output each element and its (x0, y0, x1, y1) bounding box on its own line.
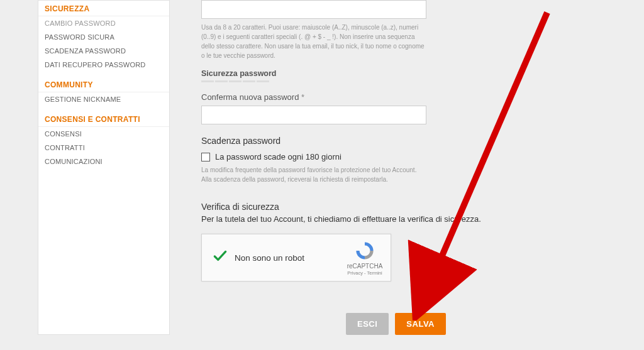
strength-meter (201, 80, 594, 82)
sidebar-header-consensi: CONSENSI E CONTRATTI (38, 111, 169, 127)
sidebar-item-contratti[interactable]: CONTRATTI (38, 141, 169, 155)
sidebar-item-dati-recupero[interactable]: DATI RECUPERO PASSWORD (38, 58, 169, 72)
sidebar: SICUREZZA CAMBIO PASSWORD PASSWORD SICUR… (38, 0, 170, 335)
verify-heading: Verifica di sicurezza (201, 202, 594, 212)
confirm-password-input[interactable] (201, 106, 426, 124)
expiry-checkbox[interactable] (201, 153, 210, 161)
expiry-checkbox-label: La password scade ogni 180 giorni (215, 152, 341, 161)
password-hint: Usa da 8 a 20 caratteri. Puoi usare: mai… (201, 23, 428, 60)
verify-text: Per la tutela del tuo Account, ti chiedi… (201, 214, 594, 224)
sidebar-item-scadenza-password[interactable]: SCADENZA PASSWORD (38, 44, 169, 58)
expiry-hint: La modifica frequente della password fav… (201, 165, 428, 184)
sidebar-item-comunicazioni[interactable]: COMUNICAZIONI (38, 155, 169, 168)
sidebar-item-consensi[interactable]: CONSENSI (38, 127, 169, 141)
sidebar-item-password-sicura[interactable]: PASSWORD SICURA (38, 30, 169, 44)
confirm-password-label: Conferma nuova password * (201, 92, 594, 102)
sidebar-header-community: COMMUNITY (38, 77, 169, 92)
strength-label: Sicurezza password (201, 69, 594, 78)
recaptcha-badge: reCAPTCHA Privacy - Termini (345, 240, 384, 276)
checkmark-icon (212, 248, 227, 267)
recaptcha-logo-icon (354, 240, 375, 261)
sidebar-header-sicurezza: SICUREZZA (38, 1, 169, 16)
sidebar-item-cambio-password[interactable]: CAMBIO PASSWORD (38, 16, 169, 30)
recaptcha[interactable]: Non sono un robot reCAPTCHA Privacy - Te… (201, 234, 391, 282)
recaptcha-label: Non sono un robot (235, 253, 345, 263)
expiry-heading: Scadenza password (201, 136, 594, 146)
save-button[interactable]: SALVA (395, 313, 446, 335)
password-input[interactable] (201, 0, 426, 19)
cancel-button[interactable]: ESCI (346, 313, 389, 335)
sidebar-item-gestione-nickname[interactable]: GESTIONE NICKNAME (38, 92, 169, 106)
main-content: Usa da 8 a 20 caratteri. Puoi usare: mai… (189, 0, 606, 335)
